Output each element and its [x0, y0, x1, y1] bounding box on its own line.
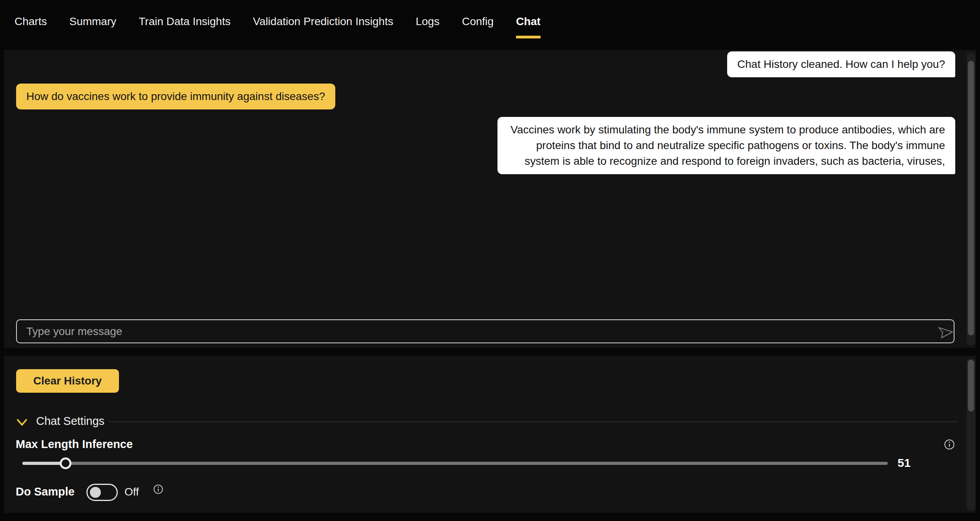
- slider-track[interactable]: [22, 462, 888, 465]
- clear-history-button[interactable]: Clear History: [16, 369, 119, 393]
- chat-message-input[interactable]: [16, 319, 954, 343]
- max-length-value: 51: [898, 456, 911, 470]
- settings-scrollbar-thumb[interactable]: [968, 360, 974, 412]
- do-sample-state-label: Off: [124, 486, 139, 498]
- tab-logs[interactable]: Logs: [416, 0, 440, 29]
- chevron-down-icon: [16, 419, 27, 426]
- info-icon[interactable]: [944, 439, 955, 450]
- chat-scrollbar-track[interactable]: [967, 52, 975, 346]
- chat-scrollbar-thumb[interactable]: [968, 61, 974, 335]
- tab-chat[interactable]: Chat: [516, 0, 540, 29]
- chat-panel: Chat History cleaned. How can I help you…: [4, 50, 976, 348]
- slider-handle[interactable]: [60, 457, 71, 469]
- section-divider: [109, 421, 958, 422]
- tab-summary[interactable]: Summary: [69, 0, 116, 29]
- chat-settings-accordion[interactable]: Chat Settings: [16, 415, 104, 428]
- tab-config[interactable]: Config: [462, 0, 494, 29]
- tab-train-data-insights[interactable]: Train Data Insights: [139, 0, 230, 29]
- max-length-inference-label: Max Length Inference: [16, 438, 133, 451]
- max-length-slider[interactable]: [22, 457, 892, 470]
- chat-message-user: How do vaccines work to provide immunity…: [16, 84, 335, 109]
- tab-charts[interactable]: Charts: [15, 0, 47, 29]
- chat-message-bot: Chat History cleaned. How can I help you…: [727, 51, 955, 77]
- toggle-knob: [90, 487, 101, 498]
- top-nav-bar: Charts Summary Train Data Insights Valid…: [0, 0, 980, 50]
- chat-settings-panel: Clear History Chat Settings Max Length I…: [4, 356, 976, 513]
- settings-scrollbar-track[interactable]: [967, 358, 975, 511]
- tab-validation-prediction-insights[interactable]: Validation Prediction Insights: [253, 0, 393, 29]
- do-sample-toggle[interactable]: [86, 484, 118, 501]
- chat-message-bot: Vaccines work by stimulating the body's …: [497, 117, 955, 174]
- do-sample-label: Do Sample: [16, 485, 75, 498]
- chat-settings-title: Chat Settings: [36, 415, 104, 428]
- info-icon[interactable]: [153, 484, 163, 494]
- send-paper-plane-icon[interactable]: [937, 324, 954, 339]
